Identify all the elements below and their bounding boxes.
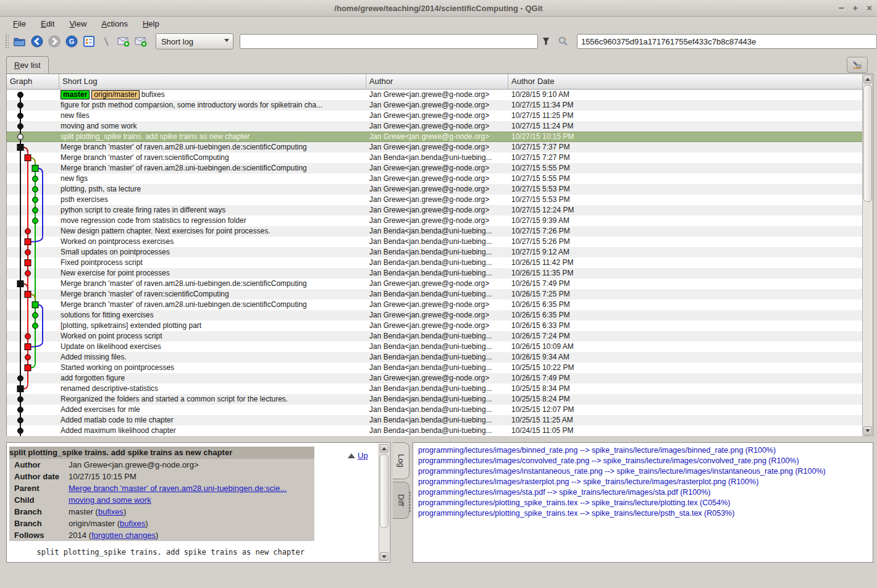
save-patch-icon[interactable]	[115, 33, 132, 49]
author-date-cell: 10/27/15 11:34 PM	[508, 100, 863, 111]
file-rename-entry[interactable]: programming/lectures/images/rasterplot.p…	[413, 477, 873, 487]
open-icon[interactable]	[12, 33, 28, 49]
table-row[interactable]: [plotting, spiketrains] extended plottin…	[7, 321, 863, 331]
author-cell: Jan Benda<jan.benda@uni-tuebing...	[366, 268, 508, 279]
table-row[interactable]: solutions for fitting exercisesJan Grewe…	[7, 310, 863, 321]
column-header-short-log[interactable]: Short Log	[59, 74, 366, 89]
search-edit-icon[interactable]	[555, 33, 571, 49]
sha-input[interactable]	[577, 34, 877, 49]
apply-patch-icon[interactable]	[133, 33, 149, 49]
author-cell: Jan Benda<jan.benda@uni-tuebing...	[366, 247, 508, 258]
back-icon[interactable]	[29, 33, 45, 49]
column-header-author[interactable]: Author	[366, 74, 508, 89]
table-row[interactable]: split plotting_spike trains. add spike t…	[7, 132, 863, 142]
up-link-label[interactable]: Up	[358, 451, 368, 460]
menu-item-help[interactable]: Help	[137, 18, 165, 30]
splitter-handle[interactable]	[409, 491, 411, 512]
short-log-text: moving and some work	[61, 122, 136, 130]
wand-icon[interactable]	[98, 33, 114, 49]
graph-cell	[7, 342, 59, 352]
close-icon[interactable]: ×	[867, 0, 872, 16]
detail-link[interactable]: moving and some work	[69, 495, 151, 505]
table-row[interactable]: Merge branch 'master' of raven.am28.uni-…	[7, 279, 863, 289]
graph-cell	[7, 352, 59, 363]
table-row[interactable]: Merge branch 'master' of raven.am28.uni-…	[7, 163, 863, 174]
file-rename-entry[interactable]: programming/lectures/images/instantaneou…	[413, 466, 873, 477]
log-view-select[interactable]: Short log	[156, 33, 234, 49]
short-log-cell: moving and some work	[59, 121, 366, 132]
short-log-text: renamed descriptive-statistics	[61, 384, 158, 393]
graph-cell	[7, 205, 59, 216]
table-row[interactable]: Worked on point process scriptJan Benda<…	[7, 331, 863, 342]
file-rename-entry[interactable]: programming/lectures/images/binned_rate.…	[413, 445, 873, 456]
detail-link[interactable]: forgotten changes	[91, 531, 156, 540]
rev-list-scrollbar[interactable]	[862, 74, 873, 435]
forward-icon[interactable]	[46, 33, 62, 49]
scroll-down-icon[interactable]	[380, 552, 388, 561]
file-rename-entry[interactable]: programming/lectures/plotting_spike_trai…	[413, 508, 873, 519]
table-row[interactable]: Added missing files.Jan Benda<jan.benda@…	[7, 352, 863, 363]
table-row[interactable]: masterorigin/masterbufixesJan Grewe<jan.…	[7, 90, 863, 100]
menu-item-edit[interactable]: Edit	[35, 18, 60, 30]
column-header-graph[interactable]: Graph	[7, 74, 59, 89]
tab-rev-list[interactable]: Rev list	[6, 56, 49, 74]
table-row[interactable]: New exercise for point processesJan Bend…	[7, 268, 863, 279]
table-row[interactable]: Added maximum likelihood chapterJan Bend…	[7, 426, 863, 436]
author-date-cell: 10/24/15 11:05 PM	[508, 426, 863, 436]
file-rename-entry[interactable]: programming/lectures/images/sta.pdf --> …	[413, 487, 873, 498]
table-row[interactable]: Update on likelihood exercisesJan Benda<…	[7, 342, 863, 352]
file-rename-entry[interactable]: programming/lectures/plotting_spike_trai…	[413, 498, 873, 508]
table-row[interactable]: Reorganized the folders and started a co…	[7, 394, 863, 405]
detail-link[interactable]: Merge branch 'master' of raven.am28.uni-…	[69, 484, 287, 493]
toolbar-grip[interactable]	[5, 34, 9, 49]
author-cell: Jan Benda<jan.benda@uni-tuebing...	[366, 258, 508, 268]
scroll-up-icon[interactable]	[863, 75, 872, 83]
scrollbar-thumb[interactable]	[863, 85, 872, 202]
maximize-icon[interactable]: +	[852, 0, 858, 16]
table-row[interactable]: Added matlab code to mle chapterJan Bend…	[7, 415, 863, 426]
table-row[interactable]: plotting, psth, sta lectureJan Grewe<jan…	[7, 184, 863, 195]
side-tab-log[interactable]: Log	[393, 442, 409, 479]
scrollbar-thumb[interactable]	[380, 454, 388, 528]
table-row[interactable]: Merge branch 'master' of raven.am28.uni-…	[7, 142, 863, 153]
scroll-down-icon[interactable]	[863, 426, 872, 435]
short-log-cell: new figs	[59, 174, 366, 184]
detail-link[interactable]: bufixes	[98, 507, 124, 516]
table-corner-button[interactable]	[847, 57, 868, 73]
details-scrollbar[interactable]	[379, 443, 389, 561]
table-row[interactable]: Small updates on pointprocessesJan Benda…	[7, 247, 863, 258]
view-icon[interactable]	[81, 33, 97, 49]
table-row[interactable]: python script to create firing rates in …	[7, 205, 863, 216]
table-row[interactable]: New design pattern chapter. Next exercis…	[7, 226, 863, 237]
table-row[interactable]: Merge branch 'master' of raven.am28.uni-…	[7, 300, 863, 310]
table-row[interactable]: psth exercisesJan Grewe<jan.grewe@g-node…	[7, 195, 863, 205]
short-log-text: split plotting_spike trains. add spike t…	[61, 132, 250, 141]
table-row[interactable]: Fixed pointprocess scriptJan Benda<jan.b…	[7, 258, 863, 268]
file-rename-entry[interactable]: programming/lectures/images/convolved_ra…	[413, 456, 873, 466]
minimize-icon[interactable]: −	[839, 0, 844, 16]
menu-item-actions[interactable]: Actions	[96, 18, 133, 30]
table-row[interactable]: Merge branch 'master' of raven:scientifi…	[7, 153, 863, 163]
up-link[interactable]: Up	[348, 451, 368, 460]
table-row[interactable]: Merge branch 'master' of raven:scientifi…	[7, 289, 863, 300]
menu-item-view[interactable]: View	[64, 18, 92, 30]
table-row[interactable]: new filesJan Grewe<jan.grewe@g-node.org>…	[7, 111, 863, 121]
table-row[interactable]: Worked on pointprocess exercisesJan Bend…	[7, 237, 863, 247]
table-row[interactable]: new figsJan Grewe<jan.grewe@g-node.org>1…	[7, 174, 863, 184]
detail-link[interactable]: bufixes	[120, 519, 145, 528]
side-tab-diff[interactable]: Diff	[393, 482, 409, 519]
table-row[interactable]: renamed descriptive-statisticsJan Benda<…	[7, 384, 863, 394]
column-header-author-date[interactable]: Author Date	[508, 74, 873, 89]
search-input[interactable]	[240, 34, 537, 49]
ref-badge: origin/master	[91, 90, 139, 99]
reload-icon[interactable]: G	[64, 33, 80, 49]
table-row[interactable]: moving and some workJan Grewe<jan.grewe@…	[7, 121, 863, 132]
table-row[interactable]: Added exercises for mleJan Benda<jan.ben…	[7, 405, 863, 415]
table-row[interactable]: add forgotten figureJan Grewe<jan.grewe@…	[7, 373, 863, 384]
filter-funnel-icon[interactable]	[539, 33, 555, 49]
table-row[interactable]: move regression code from statistics to …	[7, 216, 863, 226]
table-row[interactable]: figure for psth method comparsion, some …	[7, 100, 863, 111]
scroll-up-icon[interactable]	[380, 444, 388, 453]
table-row[interactable]: Started working on pointprocessesJan Ben…	[7, 363, 863, 373]
menu-item-file[interactable]: File	[7, 18, 31, 30]
